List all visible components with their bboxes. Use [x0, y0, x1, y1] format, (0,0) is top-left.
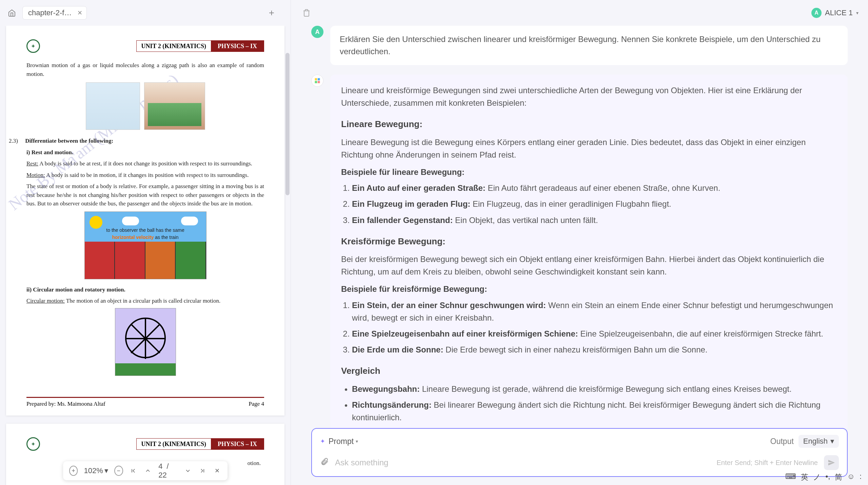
list-item: Ein Auto auf einer geraden Straße: Ein A… [352, 182, 837, 194]
message-user: A Erklären Sie den Unterschied zwischen … [311, 26, 848, 65]
first-page-button[interactable] [129, 466, 138, 476]
svg-rect-2 [315, 81, 317, 83]
ai-heading: Kreisförmige Bewegung: [341, 235, 837, 248]
chat-pane: A ALICE 1 ▾ A Erklären Sie den Unterschi… [291, 0, 868, 485]
delete-button[interactable] [300, 7, 313, 19]
figure-hockey [144, 82, 205, 130]
ime-item[interactable]: 简 [833, 471, 844, 483]
ai-paragraph: Bei der kreisförmigen Bewegung bewegt si… [341, 253, 837, 278]
ime-item[interactable]: ☺ [845, 471, 856, 483]
ai-heading: Lineare Bewegung: [341, 117, 837, 131]
page-footer: Prepared by: Ms. Maimoona Altaf Page 4 [26, 397, 264, 407]
cloud-icon [122, 217, 139, 225]
figure-train: to the observer the ball has the same ho… [84, 211, 206, 279]
figure-ferris-wheel [115, 308, 176, 376]
attach-button[interactable] [320, 457, 329, 468]
chat-scroll[interactable]: A Erklären Sie den Unterschied zwischen … [291, 26, 868, 428]
user-menu[interactable]: A ALICE 1 ▾ [811, 8, 859, 18]
def-rest: Rest: A body is said to be at rest, if i… [26, 159, 264, 168]
ai-intro: Lineare und kreisförmige Bewegungen sind… [341, 84, 837, 109]
question-text: Differentiate between the following: [25, 138, 113, 144]
chevron-down-icon: ▾ [856, 10, 859, 16]
tab-title: chapter-2-for-... [28, 8, 73, 17]
avatar [311, 75, 323, 87]
train-body [85, 242, 206, 279]
input-hint: Enter Send; Shift + Enter Newline [717, 459, 818, 467]
subject-label: PHYSICS – IX [211, 439, 264, 449]
document-tab[interactable]: chapter-2-for-... ✕ [22, 6, 87, 20]
svg-rect-1 [318, 78, 320, 81]
ai-paragraph: Lineare Bewegung ist die Bewegung eines … [341, 136, 837, 161]
ime-item[interactable]: 英 [799, 471, 810, 483]
total-pages: 22 [158, 471, 166, 479]
message-bubble: Erklären Sie den Unterschied zwischen li… [330, 26, 848, 65]
list-item: Richtungsänderung: Bei linearer Bewegung… [352, 399, 837, 424]
figure-birds [86, 82, 140, 130]
list-item: Ein Flugzeug im geraden Flug: Ein Flugze… [352, 198, 837, 210]
scrollbar[interactable] [285, 53, 290, 195]
sparkle-icon: ✦ [320, 438, 325, 445]
page-header: ✦ UNIT 2 (KINEMATICS) PHYSICS – IX [26, 39, 264, 53]
zoom-level[interactable]: 102% ▾ [84, 466, 108, 475]
last-page-button[interactable] [198, 466, 207, 476]
tab-bar: chapter-2-for-... ✕ + [0, 0, 291, 26]
figure-caption: to the observer the ball has the same ho… [85, 227, 206, 241]
unit-banner: UNIT 2 (KINEMATICS) PHYSICS – IX [136, 438, 264, 450]
close-toolbar-button[interactable]: ✕ [213, 466, 221, 476]
ime-item[interactable]: •, [824, 471, 832, 483]
chevron-down-icon: ▾ [830, 437, 834, 446]
ime-bar[interactable]: ⌨ 英 ノ •, 简 ☺ : [784, 471, 863, 483]
chevron-down-icon[interactable]: ▾ [356, 439, 358, 444]
document-viewer[interactable]: Note By Ma'am (MMS Physics) ✦ UNIT 2 (KI… [0, 26, 291, 485]
ime-item[interactable]: ⌨ [784, 471, 798, 483]
ime-item[interactable]: : [858, 471, 863, 483]
def-motion: Motion: A body is said to be in motion, … [26, 171, 264, 180]
list-item: Die Erde um die Sonne: Die Erde bewegt s… [352, 343, 837, 356]
def-circular: Circular motion: The motion of an object… [26, 297, 264, 305]
prev-page-button[interactable] [144, 466, 152, 476]
avatar: A [811, 8, 822, 18]
output-label: Output [770, 437, 794, 446]
chat-header: A ALICE 1 ▾ [291, 0, 868, 26]
avatar: A [311, 26, 323, 38]
ai-list-linear: Ein Auto auf einer geraden Straße: Ein A… [341, 182, 837, 226]
page-number: Page 4 [249, 401, 264, 407]
language-dropdown[interactable]: English ▾ [798, 435, 839, 448]
page-header: ✦ UNIT 2 (KINEMATICS) PHYSICS – IX [26, 437, 264, 451]
close-icon[interactable]: ✕ [77, 9, 82, 17]
ai-subhead: Beispiele für kreisförmige Bewegung: [341, 283, 837, 295]
unit-label: UNIT 2 (KINEMATICS) [137, 439, 211, 449]
page-indicator: 4 / 22 [158, 462, 177, 480]
question-number: 2.3) [9, 137, 24, 145]
ai-heading: Vergleich [341, 364, 837, 378]
send-button[interactable] [824, 455, 839, 470]
add-tab-button[interactable]: + [265, 7, 278, 19]
unit-label: UNIT 2 (KINEMATICS) [137, 41, 211, 52]
text-brownian: Brownian motion of a gas or liquid molec… [26, 61, 264, 78]
item-ii: ii) Circular motion and rotatory motion. [26, 285, 264, 294]
chat-input-area: ✦ Prompt ▾ Output English ▾ Enter Send; … [311, 428, 848, 477]
figure-row [26, 82, 264, 130]
current-page[interactable]: 4 [158, 462, 162, 470]
zoom-out-button[interactable]: − [114, 466, 123, 476]
list-item: Eine Spielzeugeisenbahn auf einer kreisf… [352, 327, 837, 340]
ime-item[interactable]: ノ [811, 471, 823, 483]
text-relative: The state of rest or motion of a body is… [26, 182, 264, 208]
school-logo-icon: ✦ [26, 437, 40, 451]
svg-rect-0 [315, 78, 317, 81]
chevron-down-icon: ▾ [104, 466, 108, 475]
svg-rect-3 [318, 81, 320, 83]
pdf-toolbar: + 102% ▾ − 4 / 22 [63, 461, 228, 480]
prompt-dropdown[interactable]: Prompt [329, 437, 354, 446]
chat-input[interactable] [335, 458, 711, 467]
send-icon [828, 459, 835, 466]
list-item: Ein fallender Gegenstand: Ein Objekt, da… [352, 214, 837, 226]
school-logo-icon: ✦ [26, 39, 40, 53]
page-body: Brownian motion of a gas or liquid molec… [26, 61, 264, 376]
home-button[interactable] [5, 6, 19, 20]
question-2-3: 2.3) Differentiate between the following… [26, 137, 264, 145]
next-page-button[interactable] [184, 466, 192, 476]
zoom-in-button[interactable]: + [69, 466, 78, 476]
home-icon [8, 9, 16, 17]
subject-label: PHYSICS – IX [211, 41, 264, 52]
